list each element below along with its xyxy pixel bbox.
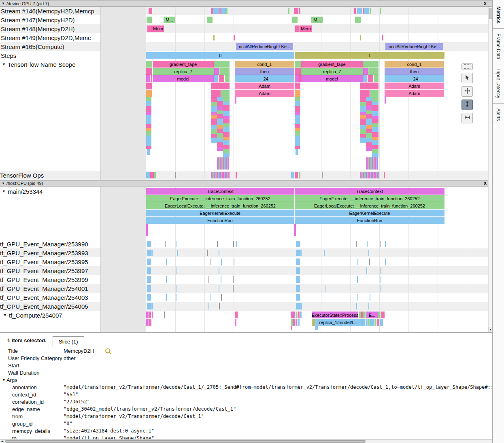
track-label-text: TensorFlow Ops: [0, 172, 44, 179]
device-close-button[interactable]: X: [484, 1, 487, 6]
host-close-button[interactable]: X: [484, 181, 487, 186]
track-label-text: tf_GPU_Event_Manager/254003: [0, 294, 88, 301]
tool-palette: [461, 63, 474, 123]
track-label-main-253344[interactable]: ▼main/253344: [0, 187, 100, 196]
arg-name: context_id: [12, 392, 64, 398]
track-label-stream-146[interactable]: Stream #146(MemcpyH2D,Memcp: [0, 7, 100, 15]
host-section-header[interactable]: ▼ /host:CPU (pid 49) X: [0, 180, 492, 187]
host-section-title: /host:CPU (pid 49): [6, 181, 43, 186]
arg-value: "$$1": [64, 392, 78, 397]
track-label-text: Stream #147(MemcpyH2D): [1, 17, 75, 23]
pointer-icon: [464, 74, 470, 82]
track-label-text: tf_GPU_Event_Manager/253999: [0, 276, 88, 283]
arg-row-edge_name: edge_name"edge_30402_model/transformer_v…: [0, 405, 504, 413]
right-tab-frame-data[interactable]: Frame Data: [493, 29, 504, 64]
field-value: MemcpyD2H: [64, 348, 94, 354]
track-label-em-254003[interactable]: tf_GPU_Event_Manager/254003: [0, 293, 100, 302]
arg-row-memcpy_details: memcpy_details"size:402743184 dest:0 asy…: [0, 427, 504, 435]
arg-name: group_id: [12, 421, 64, 427]
toolbar-grip[interactable]: [461, 63, 473, 70]
track-label-text: Stream #165(Compute): [1, 43, 64, 50]
vertical-scrollbar[interactable]: ▼: [488, 7, 492, 332]
right-tab-input-latency[interactable]: Input Latency: [493, 64, 504, 104]
track-label-text: tf_GPU_Event_Manager/253997: [0, 267, 88, 274]
args-collapse-icon[interactable]: ▼: [2, 378, 6, 382]
track-labels: Stream #146(MemcpyH2D,MemcpStream #147(M…: [0, 0, 492, 332]
collapse-arrow-icon[interactable]: ▼: [3, 313, 7, 317]
track-label-tf-compute-254007[interactable]: ▼tf_Compute/254007: [0, 311, 100, 320]
detail-field-wall-duration: Wall Duration: [0, 369, 504, 376]
args-header[interactable]: ▼ Args: [0, 376, 504, 384]
arg-value: "model/transformer_v2/Transformer/decode…: [64, 413, 204, 419]
trace-viewer-app: M...M...MemMemncclAllReduceRingLLKe...nc…: [0, 0, 504, 443]
track-label-tf-name-scope[interactable]: ▼TensorFlow Name Scope: [0, 60, 100, 69]
collapse-arrow-icon[interactable]: ▼: [2, 189, 6, 193]
detail-args: annotation"model/transformer_v2/Transfor…: [0, 384, 504, 439]
arg-name: edge_name: [12, 406, 64, 412]
field-value: other: [64, 355, 76, 361]
track-label-tf-ops[interactable]: TensorFlow Ops: [0, 171, 100, 180]
pan-tool-button[interactable]: [461, 86, 473, 97]
track-label-text: Stream #146(MemcpyH2D,Memcp: [1, 8, 94, 15]
track-label-steps[interactable]: Steps: [0, 51, 100, 60]
field-label: User Friendly Category: [8, 355, 64, 361]
arg-value: "edge_30402_model/transformer_v2/Transfo…: [64, 406, 236, 412]
right-tab-metrics[interactable]: Metrics: [493, 2, 504, 29]
magnifier-icon[interactable]: [105, 348, 110, 353]
track-label-stream-165[interactable]: Stream #165(Compute): [0, 42, 100, 51]
detail-field-start: Start: [0, 362, 504, 369]
timing-tool-button[interactable]: [461, 113, 473, 123]
zoom-tool-button[interactable]: [461, 100, 473, 110]
detail-field-user-friendly-category: User Friendly Categoryother: [0, 354, 504, 362]
arg-row-correlation_id: correlation_id"2736152": [0, 398, 504, 405]
field-label: Wall Duration: [8, 370, 64, 376]
pointer-tool-button[interactable]: [461, 73, 473, 83]
horizontal-scrollbar-thumb[interactable]: [5, 440, 366, 443]
track-label-text: tf_Compute/254007: [9, 312, 62, 319]
track-label-em-253990[interactable]: tf_GPU_Event_Manager/253990: [0, 240, 100, 248]
track-label-text: tf_GPU_Event_Manager/253993: [0, 250, 88, 256]
track-label-em-254005[interactable]: tf_GPU_Event_Manager/254005: [0, 302, 100, 311]
arg-name: from: [12, 413, 64, 420]
track-label-text: tf_GPU_Event_Manager/253990: [0, 241, 88, 248]
field-label: Title: [8, 348, 64, 354]
track-label-em-253993[interactable]: tf_GPU_Event_Manager/253993: [0, 248, 100, 257]
track-label-stream-147[interactable]: Stream #147(MemcpyH2D): [0, 15, 100, 24]
arg-row-from: from"model/transformer_v2/Transformer/de…: [0, 413, 504, 420]
track-label-text: Stream #149(MemcpyD2D,Memc: [1, 34, 91, 41]
right-tab-alerts[interactable]: Alerts: [493, 104, 504, 126]
arg-row-annotation: annotation"model/transformer_v2/Transfor…: [0, 384, 504, 391]
track-label-stream-149[interactable]: Stream #149(MemcpyD2D,Memc: [0, 33, 100, 42]
label-divider: [100, 7, 101, 332]
track-label-stream-148[interactable]: Stream #148(MemcpyD2H): [0, 24, 100, 33]
scroll-down-icon: ▼: [489, 328, 492, 331]
arg-row-context_id: context_id"$$1": [0, 391, 504, 398]
track-label-em-253997[interactable]: tf_GPU_Event_Manager/253997: [0, 266, 100, 275]
pan-icon: [464, 88, 470, 95]
timing-icon: [464, 114, 470, 122]
scroll-down-button[interactable]: ▼: [489, 327, 492, 332]
arg-value: "model/tf_op_layer_Shape/Shape": [64, 435, 154, 439]
arg-value: "size:402743184 dest:0 async:1": [64, 428, 154, 434]
collapse-arrow-icon[interactable]: ▼: [2, 2, 5, 5]
track-label-text: tf_GPU_Event_Manager/253995: [0, 259, 88, 265]
horizontal-scrollbar[interactable]: ◀: [0, 439, 492, 443]
device-section-header[interactable]: ▼ /device:GPU:7 (pid 7) X: [0, 0, 492, 7]
arg-value: "0": [64, 421, 72, 426]
track-label-text: Steps: [1, 52, 16, 59]
collapse-arrow-icon[interactable]: ▼: [2, 182, 5, 185]
scroll-left-button[interactable]: ◀: [0, 440, 4, 443]
tab-slice[interactable]: Slice (1): [53, 336, 84, 347]
grip-icon: [464, 64, 470, 69]
track-label-em-253995[interactable]: tf_GPU_Event_Manager/253995: [0, 257, 100, 266]
track-label-text: main/253344: [8, 188, 43, 195]
track-label-em-253999[interactable]: tf_GPU_Event_Manager/253999: [0, 275, 100, 284]
track-label-text: Stream #148(MemcpyD2H): [1, 25, 75, 32]
track-label-em-254001[interactable]: tf_GPU_Event_Manager/254001: [0, 284, 100, 293]
arg-name: correlation_id: [12, 399, 64, 405]
vertical-scrollbar-thumb[interactable]: [489, 8, 492, 19]
arg-row-to: to"model/tf_op_layer_Shape/Shape": [0, 435, 504, 439]
collapse-arrow-icon[interactable]: ▼: [2, 62, 6, 66]
arg-name: memcpy_details: [12, 428, 64, 434]
args-label: Args: [6, 377, 17, 383]
